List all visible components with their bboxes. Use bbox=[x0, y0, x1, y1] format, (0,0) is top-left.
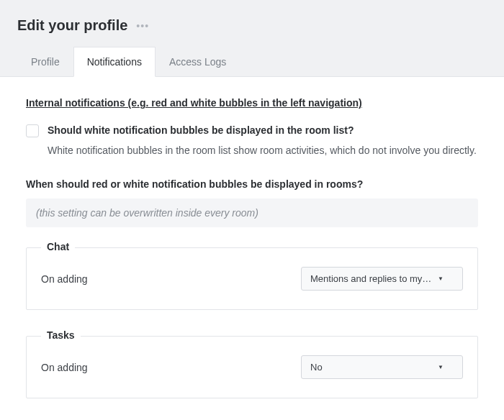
white-bubbles-description: White notification bubbles in the room l… bbox=[48, 143, 478, 158]
white-bubbles-checkbox-row: Should white notification bubbles be dis… bbox=[26, 124, 478, 137]
tab-label: Access Logs bbox=[169, 56, 226, 68]
tab-access-logs[interactable]: Access Logs bbox=[156, 47, 240, 77]
chat-legend: Chat bbox=[41, 241, 75, 252]
content-area: Internal notifications (e.g. red and whi… bbox=[0, 76, 504, 420]
chat-on-adding-label: On adding bbox=[41, 273, 88, 285]
chat-on-adding-row: On adding Mentions and replies to my m… … bbox=[41, 267, 463, 291]
more-options-icon[interactable]: ••• bbox=[136, 20, 149, 32]
tab-label: Profile bbox=[31, 56, 60, 68]
select-value: No bbox=[310, 362, 433, 373]
tab-label: Notifications bbox=[87, 56, 142, 68]
page-title: Edit your profile bbox=[17, 17, 127, 34]
select-value: Mentions and replies to my m… bbox=[310, 273, 433, 284]
chat-on-adding-select[interactable]: Mentions and replies to my m… ▼ bbox=[301, 267, 463, 291]
white-bubbles-label: Should white notification bubbles be dis… bbox=[48, 124, 354, 136]
page-header: Edit your profile ••• bbox=[0, 0, 504, 34]
tasks-legend: Tasks bbox=[41, 329, 81, 341]
white-bubbles-checkbox[interactable] bbox=[26, 124, 39, 137]
chevron-down-icon: ▼ bbox=[438, 275, 444, 282]
chat-fieldset: Chat On adding Mentions and replies to m… bbox=[26, 247, 478, 310]
tasks-on-adding-label: On adding bbox=[41, 362, 88, 373]
tasks-fieldset: Tasks On adding No ▼ bbox=[26, 336, 478, 398]
chevron-down-icon: ▼ bbox=[438, 364, 444, 370]
title-row: Edit your profile ••• bbox=[17, 17, 487, 34]
tasks-on-adding-row: On adding No ▼ bbox=[41, 355, 463, 379]
tabs: Profile Notifications Access Logs bbox=[0, 47, 504, 77]
tab-notifications[interactable]: Notifications bbox=[73, 47, 156, 77]
setting-override-note: (this setting can be overwritten inside … bbox=[26, 198, 478, 227]
tab-profile[interactable]: Profile bbox=[17, 47, 73, 77]
internal-notifications-heading: Internal notifications (e.g. red and whi… bbox=[26, 97, 478, 109]
tasks-on-adding-select[interactable]: No ▼ bbox=[301, 355, 463, 379]
red-white-bubbles-subheading: When should red or white notification bu… bbox=[26, 178, 478, 190]
